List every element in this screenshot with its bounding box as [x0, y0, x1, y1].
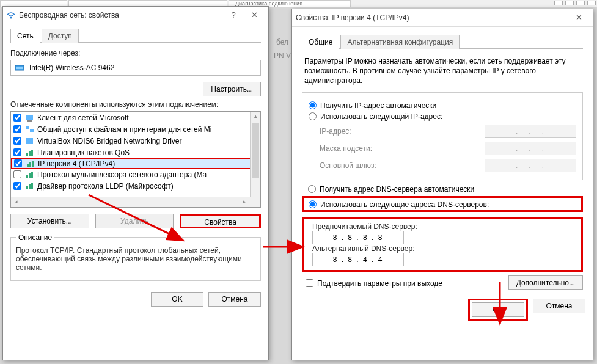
component-checkbox[interactable]	[14, 159, 22, 167]
ok-highlight: OK	[468, 299, 528, 321]
horizontal-scrollbar[interactable]: ◂▸	[11, 197, 250, 207]
configure-button[interactable]: Настроить...	[203, 82, 261, 96]
list-item[interactable]: Драйвер протокола LLDP (Майкрософт)	[11, 180, 260, 192]
tab-access[interactable]: Доступ	[42, 29, 79, 43]
svg-rect-19	[31, 183, 33, 189]
tabstrip: Сеть Доступ	[10, 28, 261, 43]
dialog-title: Беспроводная сеть: свойства	[19, 11, 119, 20]
share-icon	[25, 125, 35, 134]
alternate-dns-label: Альтернативный DNS-сервер:	[312, 244, 415, 253]
wireless-properties-dialog: Беспроводная сеть: свойства ? ✕ Сеть Дос…	[2, 6, 269, 360]
alternate-dns-input[interactable]: 8 . 8 . 4 . 4	[312, 253, 404, 266]
components-label: Отмеченные компоненты используются этим …	[10, 100, 261, 109]
radio-ip-auto[interactable]: Получить IP-адрес автоматически	[309, 101, 576, 110]
adapter-field[interactable]: Intel(R) Wireless-AC 9462	[10, 60, 261, 76]
scroll-left-icon[interactable]: ◂	[11, 197, 21, 208]
nic-icon	[15, 64, 26, 72]
vbox-icon	[25, 137, 35, 145]
svg-rect-5	[26, 126, 29, 129]
svg-rect-12	[29, 162, 31, 167]
radio-dns-auto[interactable]: Получить адрес DNS-сервера автоматически	[308, 185, 583, 194]
remove-button: Удалить	[95, 214, 174, 228]
preferred-dns-input[interactable]: 8 . 8 . 8 . 8	[312, 231, 404, 244]
adapter-name: Intel(R) Wireless-AC 9462	[29, 64, 114, 72]
list-item[interactable]: Протокол мультиплексора сетевого адаптер…	[11, 169, 260, 180]
svg-rect-10	[31, 150, 33, 156]
gateway-input: . . .	[485, 159, 576, 172]
close-button[interactable]: ✕	[244, 9, 265, 22]
list-item[interactable]: VirtualBox NDIS6 Bridged Networking Driv…	[11, 135, 260, 147]
description-text: Протокол TCP/IP. Стандартный протокол гл…	[16, 246, 255, 272]
ok-button[interactable]: OK	[151, 292, 203, 307]
scroll-thumb[interactable]	[252, 123, 259, 178]
svg-rect-13	[32, 161, 34, 167]
scroll-up-icon[interactable]: ▴	[251, 112, 260, 122]
advanced-button[interactable]: Дополнительно...	[508, 275, 583, 290]
ok-button[interactable]: OK	[472, 302, 524, 317]
svg-rect-18	[29, 184, 31, 189]
component-buttons: Установить... Удалить Свойства	[10, 214, 261, 228]
help-button[interactable]: ?	[223, 9, 244, 22]
list-item[interactable]: Планировщик пакетов QoS	[11, 147, 260, 158]
svg-rect-16	[31, 172, 33, 178]
bg-fragment: PN V	[274, 51, 291, 60]
components-listbox[interactable]: Клиент для сетей Microsoft Общий доступ …	[10, 111, 261, 208]
component-checkbox[interactable]	[13, 182, 21, 190]
qos-icon	[25, 148, 35, 157]
ipv4-description: Параметры IP можно назначать автоматичес…	[302, 55, 583, 92]
protocol-icon	[26, 159, 35, 168]
ip-address-group: Получить IP-адрес автоматически Использо…	[302, 92, 583, 180]
list-item[interactable]: Общий доступ к файлам и принтерам для се…	[11, 123, 260, 135]
protocol-icon	[25, 182, 35, 191]
svg-rect-4	[27, 120, 32, 122]
dialog-footer: OK Отмена	[292, 294, 593, 326]
radio-ip-manual[interactable]: Использовать следующий IP-адрес:	[309, 112, 576, 121]
component-checkbox[interactable]	[13, 170, 21, 178]
list-item-ipv4[interactable]: IP версии 4 (TCP/IPv4)	[10, 158, 261, 169]
cancel-button[interactable]: Отмена	[208, 292, 261, 307]
svg-rect-9	[29, 151, 31, 156]
component-checkbox[interactable]	[13, 125, 21, 133]
subnet-mask-label: Маска подсети:	[320, 144, 485, 153]
svg-rect-6	[30, 129, 34, 132]
client-icon	[25, 114, 35, 122]
dns-servers-box: Предпочитаемый DNS-сервер:8 . 8 . 8 . 8 …	[302, 217, 583, 272]
titlebar[interactable]: Свойства: IP версии 4 (TCP/IPv4) ✕	[292, 9, 593, 27]
svg-rect-11	[27, 164, 29, 167]
cancel-button[interactable]: Отмена	[533, 299, 585, 313]
subnet-mask-input: . . .	[485, 142, 576, 155]
component-checkbox[interactable]	[13, 137, 21, 145]
scroll-right-icon[interactable]: ▸	[240, 197, 250, 208]
titlebar[interactable]: Беспроводная сеть: свойства ? ✕	[3, 7, 268, 24]
svg-rect-7	[26, 138, 33, 144]
svg-point-0	[10, 17, 12, 19]
protocol-icon	[25, 170, 35, 179]
preferred-dns-label: Предпочитаемый DNS-сервер:	[312, 222, 417, 231]
connect-via-label: Подключение через:	[10, 49, 261, 57]
component-checkbox[interactable]	[13, 148, 21, 156]
radio-dns-manual[interactable]: Использовать следующие адреса DNS-сервер…	[309, 200, 576, 209]
description-label: Описание	[16, 233, 54, 242]
tab-network[interactable]: Сеть	[10, 29, 40, 43]
svg-rect-3	[26, 115, 33, 120]
svg-rect-14	[26, 175, 28, 178]
tab-altconfig[interactable]: Альтернативная конфигурация	[340, 35, 460, 49]
component-checkbox[interactable]	[13, 114, 21, 122]
svg-rect-2	[16, 67, 23, 69]
ip-address-label: IP-адрес:	[320, 127, 485, 136]
dialog-title: Свойства: IP версии 4 (TCP/IPv4)	[296, 13, 409, 22]
ipv4-properties-dialog: Свойства: IP версии 4 (TCP/IPv4) ✕ Общие…	[291, 9, 593, 360]
list-item[interactable]: Клиент для сетей Microsoft	[11, 112, 260, 123]
tab-general[interactable]: Общие	[302, 35, 339, 49]
svg-rect-8	[26, 153, 28, 156]
dns-manual-group: Использовать следующие адреса DNS-сервер…	[302, 196, 583, 212]
tabstrip: Общие Альтернативная конфигурация	[302, 34, 583, 49]
install-button[interactable]: Установить...	[10, 214, 89, 228]
svg-rect-17	[26, 186, 28, 189]
properties-button[interactable]: Свойства	[180, 214, 261, 228]
close-button[interactable]: ✕	[568, 11, 589, 24]
ip-address-input: . . .	[485, 125, 576, 138]
gateway-label: Основной шлюз:	[320, 161, 485, 170]
vertical-scrollbar[interactable]: ▴▾	[250, 112, 260, 207]
dialog-footer: OK Отмена	[3, 287, 268, 311]
